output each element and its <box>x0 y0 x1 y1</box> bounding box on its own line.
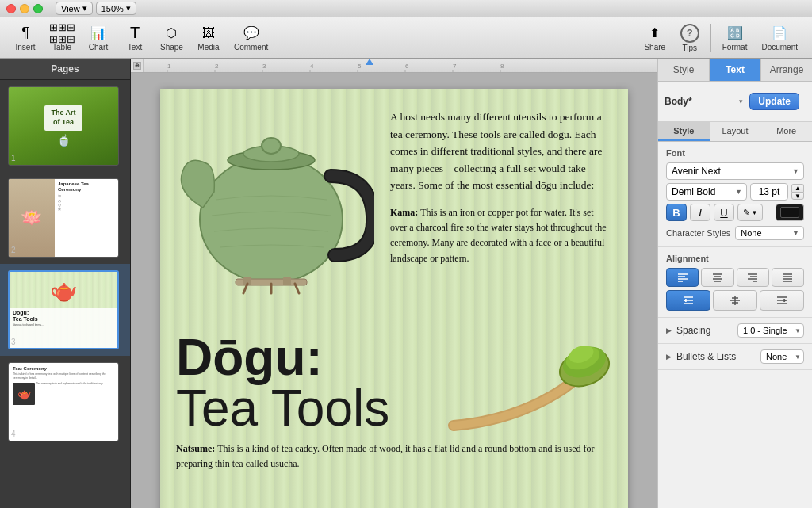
subtab-style[interactable]: Style <box>658 122 710 141</box>
minimize-button[interactable] <box>20 4 29 13</box>
spacing-select[interactable]: 1.0 - Single <box>737 323 804 338</box>
view-label: View <box>61 4 80 13</box>
text-color-button[interactable] <box>776 204 804 221</box>
main-text-block: A host needs many different utensils to … <box>382 89 628 274</box>
text-label: Text <box>128 43 142 52</box>
v-alignment-row <box>666 290 804 311</box>
shape-icon: ⬡ <box>160 25 182 42</box>
format-label: Format <box>722 43 748 52</box>
update-row: Body* ▾ Update <box>658 82 812 122</box>
zoom-button[interactable]: 150% ▾ <box>96 2 136 15</box>
right-panel: Style Text Arrange Body* ▾ Update Style … <box>657 59 812 508</box>
align-right-button[interactable] <box>737 268 769 287</box>
page-preview-3: 🫖 Dōgu: Tea Tools Various tools and item… <box>8 270 119 349</box>
toolbar-share[interactable]: ⬆ Share <box>638 21 672 55</box>
toolbar-shape[interactable]: ⬡ Shape <box>154 21 190 55</box>
toolbar-text[interactable]: T Text <box>117 21 152 55</box>
subtab-more[interactable]: More <box>760 122 812 141</box>
traffic-lights <box>6 4 43 13</box>
font-family-row: Avenir Next ▼ <box>666 162 804 180</box>
v-center-button[interactable] <box>713 290 757 311</box>
tab-text[interactable]: Text <box>710 59 761 81</box>
text-options-button[interactable]: ✎▼ <box>737 204 763 221</box>
page-thumb-1[interactable]: The Artof Tea 🍵 1 <box>0 80 130 172</box>
page-number-4: 4 <box>11 430 16 438</box>
fullscreen-button[interactable] <box>33 4 43 13</box>
share-icon: ⬆ <box>644 25 666 42</box>
svg-rect-24 <box>283 277 291 285</box>
natsume-text: Natsume: This is a kind of tea caddy. Of… <box>176 441 612 472</box>
right-panel-tabs: Style Text Arrange <box>658 59 812 82</box>
zoom-label: 150% <box>102 4 124 13</box>
zoom-arrow: ▾ <box>126 3 131 13</box>
toolbar-tips[interactable]: ? Tips <box>674 21 706 55</box>
bullets-select[interactable]: None <box>760 349 804 364</box>
page-preview-2: 🪷 Japanese TeaCeremony 和 の 心 茶 <box>8 178 119 258</box>
align-justify-button[interactable] <box>772 268 804 287</box>
svg-text:2: 2 <box>215 63 219 70</box>
title-line-2: Tea Tools <box>176 383 438 434</box>
svg-text:5: 5 <box>358 63 362 70</box>
comment-label: Comment <box>234 43 268 52</box>
tab-style[interactable]: Style <box>658 59 710 81</box>
toolbar-comment[interactable]: 💬 Comment <box>228 21 274 55</box>
font-size-input[interactable] <box>750 183 788 201</box>
page-thumb-3[interactable]: 🫖 Dōgu: Tea Tools Various tools and item… <box>0 264 130 356</box>
body-arrow: ▾ <box>739 97 743 105</box>
toolbar-document[interactable]: 📄 Document <box>755 21 804 55</box>
body-label: Body* <box>665 96 739 107</box>
ruler: ⊕ 1 2 3 4 5 6 7 <box>131 59 657 73</box>
page-thumb-4[interactable]: Tea: Ceremony This is kind of tea ceremo… <box>0 356 130 448</box>
table-label: Table <box>52 43 71 52</box>
font-size-down[interactable]: ▼ <box>791 192 804 200</box>
text-icon: T <box>124 25 146 42</box>
h-alignment-row <box>666 268 804 287</box>
toolbar-chart[interactable]: 📊 Chart <box>81 21 116 55</box>
align-left-button[interactable] <box>666 268 699 287</box>
font-size-stepper: ▲ ▼ <box>791 184 804 200</box>
toolbar-media[interactable]: 🖼 Media <box>191 21 226 55</box>
svg-text:1: 1 <box>167 63 171 70</box>
page-number-2: 2 <box>11 246 16 254</box>
page-preview-4: Tea: Ceremony This is kind of tea ceremo… <box>8 362 119 441</box>
chart-label: Chart <box>89 43 108 52</box>
font-weight-select[interactable]: Demi Bold <box>666 183 747 201</box>
share-label: Share <box>644 43 665 52</box>
font-family-select[interactable]: Avenir Next <box>666 162 804 180</box>
tab-arrange[interactable]: Arrange <box>761 59 812 81</box>
underline-button[interactable]: U <box>714 204 734 221</box>
indent-increase-button[interactable] <box>760 290 804 311</box>
toolbar-insert[interactable]: ¶ Insert <box>8 21 43 55</box>
main-toolbar: ¶ Insert ⊞⊞⊞⊞⊞⊞ Table 📊 Chart T Text ⬡ S… <box>0 17 812 59</box>
tips-label: Tips <box>682 44 697 52</box>
align-center-button[interactable] <box>701 268 733 287</box>
document-container[interactable]: A host needs many different utensils to … <box>131 73 657 508</box>
media-icon: 🖼 <box>197 25 220 42</box>
toolbar-separator <box>710 24 711 52</box>
svg-text:8: 8 <box>500 63 504 70</box>
svg-point-21 <box>262 138 281 154</box>
pages-panel-header: Pages <box>0 59 130 80</box>
font-size-up[interactable]: ▲ <box>791 184 804 192</box>
indent-decrease-button[interactable] <box>666 290 710 311</box>
update-button[interactable]: Update <box>749 93 799 110</box>
view-button[interactable]: View ▾ <box>56 2 93 15</box>
svg-marker-52 <box>684 299 686 302</box>
character-styles-row: Character Styles None ▼ <box>666 226 804 240</box>
close-button[interactable] <box>6 4 16 13</box>
bullets-section[interactable]: ▶ Bullets & Lists None ▼ <box>658 344 812 370</box>
bold-button[interactable]: B <box>666 204 687 221</box>
spacing-section[interactable]: ▶ Spacing 1.0 - Single ▼ <box>658 318 812 344</box>
subtab-layout[interactable]: Layout <box>710 122 761 141</box>
tips-icon: ? <box>680 24 699 43</box>
document-label: Document <box>761 43 798 52</box>
font-label: Font <box>666 148 804 158</box>
italic-button[interactable]: I <box>690 204 710 221</box>
char-styles-select[interactable]: None <box>735 226 804 240</box>
title-section: Dōgu: Tea Tools <box>160 311 628 434</box>
toolbar-format[interactable]: 🔠 Format <box>716 21 754 55</box>
chart-icon: 📊 <box>87 25 109 42</box>
page-thumb-2[interactable]: 🪷 Japanese TeaCeremony 和 の 心 茶 2 <box>0 172 130 264</box>
canvas-area: ⊕ 1 2 3 4 5 6 7 <box>131 59 657 508</box>
toolbar-table[interactable]: ⊞⊞⊞⊞⊞⊞ Table <box>44 21 79 55</box>
